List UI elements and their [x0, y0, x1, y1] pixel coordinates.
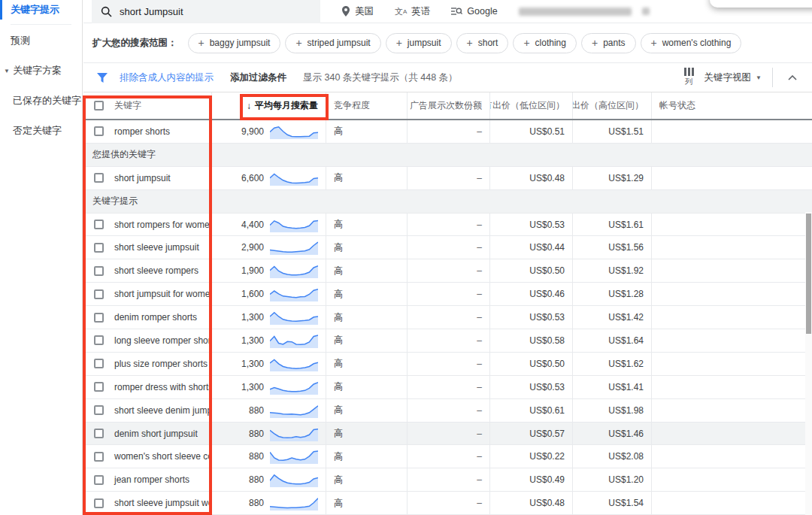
- top-bid-low-cell: US$0.22: [490, 445, 573, 468]
- chip-label: pants: [603, 38, 625, 48]
- impression-share-value: –: [477, 312, 482, 323]
- top-bid-high-cell: US$1.61: [573, 214, 652, 236]
- header-top-bid-low[interactable]: 页首出价（低位区间）: [490, 92, 573, 119]
- exclude-adult-filter-link[interactable]: 排除含成人内容的提示: [120, 71, 214, 84]
- header-label: 关键字: [114, 99, 141, 112]
- sidebar-item-saved-keywords[interactable]: 已保存的关键字: [0, 91, 82, 111]
- table-body: romper shorts9,900高–US$0.51US$1.51您提供的关键…: [83, 120, 812, 515]
- top-bid-high-cell: US$1.41: [573, 376, 652, 398]
- location-setting[interactable]: 美国: [341, 5, 374, 18]
- high-bid-value: US$1.92: [608, 265, 644, 276]
- keyword-cell: short sleeve rompers: [83, 259, 212, 282]
- broaden-chip[interactable]: +baggy jumpsuit: [188, 33, 281, 53]
- columns-button[interactable]: 列: [684, 68, 694, 87]
- row-checkbox[interactable]: [94, 359, 104, 368]
- row-checkbox[interactable]: [94, 498, 104, 508]
- table-row: romper dress with shorts1,300高–US$0.53US…: [83, 376, 812, 399]
- broaden-chip[interactable]: +jumpsuit: [386, 33, 452, 53]
- broaden-chip[interactable]: +pants: [581, 33, 636, 53]
- impression-share-value: –: [477, 173, 482, 183]
- sidebar-item-forecast[interactable]: 预测: [0, 31, 82, 50]
- high-bid-value: US$1.54: [608, 498, 644, 508]
- low-bid-value: US$0.61: [529, 405, 565, 416]
- row-checkbox[interactable]: [94, 289, 104, 299]
- sidebar-item-negative-keywords[interactable]: 否定关键字: [0, 121, 82, 141]
- row-checkbox[interactable]: [94, 335, 104, 345]
- high-bid-value: US$2.08: [608, 451, 644, 462]
- row-checkbox[interactable]: [94, 452, 104, 462]
- keyword-cell: short sleeve denim jumpsuit: [83, 399, 212, 422]
- header-account-status[interactable]: 帐号状态: [652, 92, 812, 119]
- competition-value: 高: [334, 241, 343, 254]
- search-input[interactable]: [120, 6, 285, 17]
- sidebar-item-keyword-plan[interactable]: ▼ 关键字方案: [0, 61, 82, 80]
- sidebar-item-label: 已保存的关键字: [13, 94, 81, 108]
- row-checkbox[interactable]: [94, 429, 104, 438]
- table-row: short sleeve jumpsuit womens880高–US$0.48…: [83, 492, 812, 515]
- header-ad-impression-share[interactable]: 广告展示次数份额: [408, 92, 490, 119]
- low-bid-value: US$0.48: [529, 498, 565, 508]
- table-row: denim romper shorts1,300高–US$0.53US$1.42: [83, 306, 812, 329]
- search-network-icon: [451, 7, 462, 16]
- date-range-setting[interactable]: [519, 8, 650, 16]
- language-setting[interactable]: 文A 英语: [395, 5, 430, 18]
- row-checkbox[interactable]: [94, 475, 104, 485]
- select-all-checkbox[interactable]: [94, 101, 104, 111]
- ad-impression-share-cell: –: [408, 306, 490, 329]
- plus-icon: +: [198, 38, 205, 48]
- header-competition[interactable]: 竞争程度: [326, 92, 408, 119]
- broaden-chip[interactable]: +short: [456, 33, 509, 53]
- row-checkbox[interactable]: [94, 313, 104, 323]
- broaden-chip[interactable]: +clothing: [513, 33, 577, 53]
- broaden-chip[interactable]: +striped jumpsuit: [285, 33, 380, 53]
- search-volume-value: 1,300: [241, 312, 264, 323]
- section-header-row: 您提供的关键字: [83, 144, 812, 167]
- row-checkbox[interactable]: [94, 405, 104, 415]
- chip-label: baggy jumpsuit: [210, 38, 271, 48]
- high-bid-value: US$1.56: [608, 242, 644, 253]
- header-keyword[interactable]: 关键字: [83, 92, 212, 119]
- table-toolbar-right: 列 关键字视图 ▼: [684, 63, 801, 92]
- broaden-chip[interactable]: +women's clothing: [641, 33, 742, 53]
- keyword-text: women's short sleeve coveralls: [114, 451, 212, 462]
- search-volume-value: 4,400: [241, 220, 264, 230]
- row-checkbox[interactable]: [94, 266, 104, 276]
- header-avg-monthly-searches[interactable]: ↓ 平均每月搜索量: [212, 92, 326, 119]
- keyword-cell: short sleeve jumpsuit womens: [83, 492, 212, 514]
- row-checkbox[interactable]: [94, 382, 104, 392]
- translate-icon: 文A: [395, 6, 407, 17]
- keyword-cell: romper dress with shorts: [83, 376, 212, 398]
- top-bid-high-cell: US$1.28: [573, 283, 652, 305]
- network-setting[interactable]: Google: [451, 6, 497, 17]
- account-status-cell: [652, 259, 812, 282]
- header-top-bid-high[interactable]: 页首出价（高位区间）: [573, 92, 652, 119]
- top-bid-low-cell: US$0.48: [490, 167, 573, 189]
- row-checkbox[interactable]: [94, 173, 104, 183]
- sidebar: 关键字提示 预测 ▼ 关键字方案 已保存的关键字 否定关键字: [0, 0, 83, 515]
- competition-value: 高: [334, 171, 343, 184]
- table-row: short sleeve denim jumpsuit880高–US$0.61U…: [83, 399, 812, 423]
- impression-share-value: –: [477, 265, 482, 276]
- competition-cell: 高: [326, 283, 408, 305]
- impression-share-value: –: [477, 359, 482, 369]
- view-selector[interactable]: 关键字视图 ▼: [704, 71, 762, 84]
- row-checkbox[interactable]: [94, 220, 104, 229]
- search-trend-sparkline: [270, 310, 318, 325]
- collapse-icon[interactable]: [783, 75, 801, 80]
- keyword-cell: long sleeve romper shorts: [83, 329, 212, 352]
- sidebar-item-keyword-ideas[interactable]: 关键字提示: [0, 0, 82, 20]
- search-volume-value: 1,900: [241, 265, 264, 276]
- competition-cell: 高: [326, 445, 408, 468]
- ad-impression-share-cell: –: [408, 283, 490, 305]
- top-bid-high-cell: US$2.08: [573, 445, 652, 468]
- keyword-search-box[interactable]: [92, 0, 320, 23]
- search-volume-value: 6,600: [241, 173, 264, 183]
- keyword-cell: plus size romper shorts: [83, 353, 212, 375]
- add-filter-button[interactable]: 添加过滤条件: [230, 71, 286, 84]
- ad-impression-share-cell: –: [408, 120, 490, 143]
- language-value: 英语: [411, 5, 430, 18]
- scrollbar-thumb[interactable]: [806, 214, 811, 334]
- account-status-cell: [652, 492, 812, 514]
- row-checkbox[interactable]: [94, 126, 104, 136]
- row-checkbox[interactable]: [94, 243, 104, 253]
